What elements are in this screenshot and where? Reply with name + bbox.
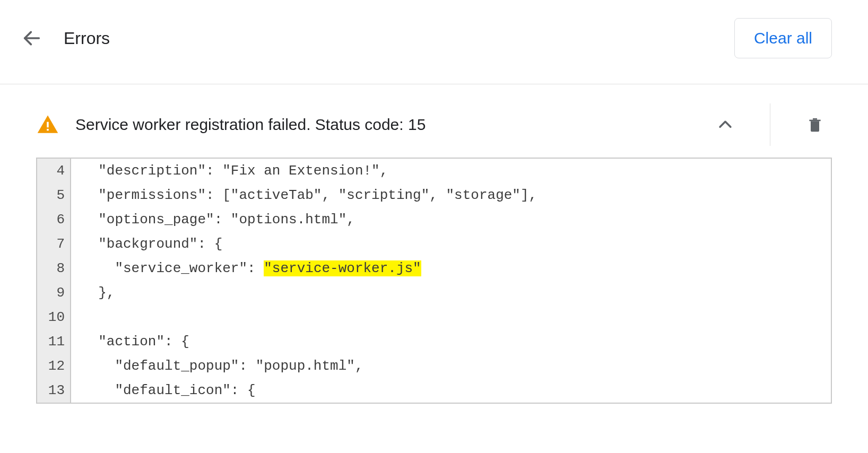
line-number: 6 [37, 207, 71, 232]
chevron-up-icon [716, 116, 734, 134]
error-header-row: Service worker registration failed. Stat… [36, 98, 832, 158]
code-line: 7 "background": { [37, 232, 831, 256]
collapse-button[interactable] [713, 112, 738, 137]
line-number: 11 [37, 329, 71, 354]
code-snippet: 4 "description": "Fix an Extension!",5 "… [36, 158, 832, 404]
code-line: 11 "action": { [37, 329, 831, 354]
line-number: 13 [37, 378, 71, 403]
code-content: "description": "Fix an Extension!", [71, 159, 388, 183]
svg-rect-1 [47, 122, 49, 128]
code-line: 6 "options_page": "options.html", [37, 207, 831, 232]
code-content: }, [71, 281, 115, 305]
highlighted-token: "service-worker.js" [264, 260, 421, 276]
error-message: Service worker registration failed. Stat… [75, 116, 713, 134]
delete-error-button[interactable] [802, 112, 828, 137]
code-content: "action": { [71, 329, 189, 354]
code-line: 10 [37, 305, 831, 329]
clear-all-button[interactable]: Clear all [734, 18, 832, 58]
line-number: 8 [37, 256, 71, 281]
code-content: "default_popup": "popup.html", [71, 354, 363, 378]
line-number: 10 [37, 305, 71, 329]
line-number: 9 [37, 281, 71, 305]
trash-icon [806, 116, 823, 133]
vertical-divider [770, 103, 770, 146]
code-line: 4 "description": "Fix an Extension!", [37, 159, 831, 183]
code-line: 13 "default_icon": { [37, 378, 831, 403]
code-content: "options_page": "options.html", [71, 207, 355, 232]
page-title: Errors [64, 29, 110, 48]
header-bar: Errors Clear all [0, 0, 868, 84]
arrow-left-icon [21, 28, 42, 49]
line-number: 12 [37, 354, 71, 378]
code-line: 12 "default_popup": "popup.html", [37, 354, 831, 378]
code-content: "background": { [71, 232, 222, 256]
warning-icon [36, 113, 59, 136]
code-content: "default_icon": { [71, 378, 256, 403]
code-content: "permissions": ["activeTab", "scripting"… [71, 183, 537, 207]
code-content: "service_worker": "service-worker.js" [71, 256, 421, 281]
code-content [71, 305, 82, 329]
line-number: 4 [37, 159, 71, 183]
error-section: Service worker registration failed. Stat… [0, 84, 868, 404]
code-line: 9 }, [37, 281, 831, 305]
code-line: 8 "service_worker": "service-worker.js" [37, 256, 831, 281]
svg-rect-2 [47, 129, 49, 131]
code-line: 5 "permissions": ["activeTab", "scriptin… [37, 183, 831, 207]
line-number: 7 [37, 232, 71, 256]
back-button[interactable] [19, 25, 45, 51]
line-number: 5 [37, 183, 71, 207]
